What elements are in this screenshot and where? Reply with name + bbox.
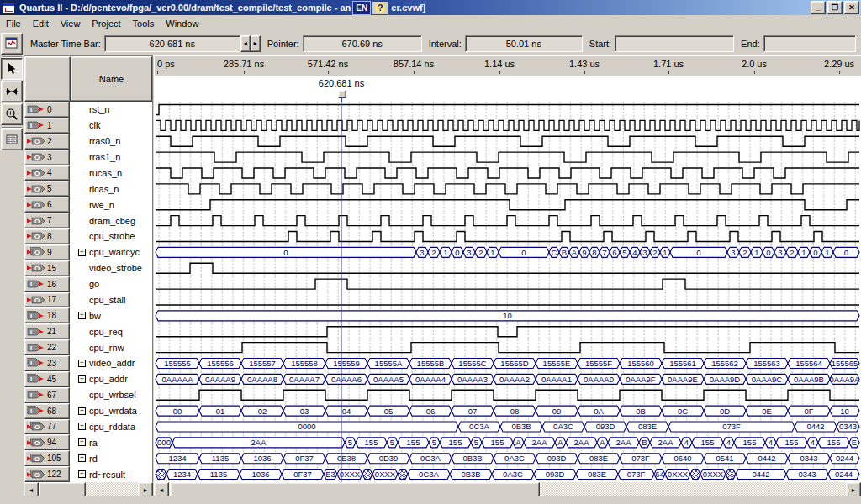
signal-row-cpu_wrdata[interactable]: I68+cpu_wrdata [24, 403, 152, 419]
signal-name-cell[interactable]: clk [70, 118, 152, 134]
node-number-cell[interactable]: O94 [24, 434, 70, 450]
language-indicator[interactable]: EN [352, 1, 371, 15]
report-tool[interactable] [1, 33, 23, 55]
signal-name-cell[interactable]: rras1_n [70, 150, 152, 165]
expand-plus-icon[interactable]: + [78, 438, 86, 446]
signal-name-cell[interactable]: +cpu_waitcyc [70, 244, 152, 260]
time-spin-left[interactable]: ◄ [240, 35, 251, 52]
node-number-cell[interactable]: O8 [24, 228, 70, 244]
expand-plus-icon[interactable]: + [78, 407, 86, 415]
signal-name-cell[interactable]: cpu_wrbsel [70, 387, 152, 403]
node-number-cell[interactable]: O105 [24, 450, 70, 466]
signal-name-cell[interactable]: +cpu_addr [70, 371, 152, 387]
signal-name-cell[interactable]: +rd [70, 450, 152, 466]
signal-name-cell[interactable]: dram_cbeg [70, 213, 152, 228]
signal-row-rd[interactable]: O105+rd [24, 450, 152, 466]
expand-plus-icon[interactable]: + [78, 423, 86, 430]
signal-name-cell[interactable]: +cpu_rddata [70, 419, 152, 435]
master-time-bar-strip[interactable]: 620.681 ns [154, 76, 861, 102]
signal-row-cpu_rnw[interactable]: I22cpu_rnw [24, 339, 152, 355]
node-number-cell[interactable]: O7 [24, 213, 70, 228]
help-icon[interactable]: ? [372, 2, 388, 14]
signal-name-cell[interactable]: go [70, 276, 152, 292]
node-number-cell[interactable]: O6 [24, 197, 70, 213]
menu-project[interactable]: Project [86, 17, 126, 30]
signal-name-cell[interactable]: rlcas_n [70, 181, 152, 197]
scroll-track[interactable] [540, 482, 846, 496]
select-tool[interactable] [1, 58, 23, 80]
expand-plus-icon[interactable]: + [78, 454, 86, 462]
signal-name-cell[interactable]: rwe_n [70, 197, 152, 213]
signal-name-cell[interactable]: cpu_strobe [70, 228, 152, 244]
time-spin-right[interactable]: ► [251, 35, 261, 52]
signal-row-dram_cbeg[interactable]: O7dram_cbeg [24, 213, 152, 228]
signal-name-cell[interactable]: cpu_req [70, 323, 152, 339]
signal-row-rras1_n[interactable]: O3rras1_n [24, 150, 152, 165]
node-number-cell[interactable]: I18 [24, 307, 70, 323]
signal-name-cell[interactable]: rras0_n [70, 134, 152, 150]
expand-plus-icon[interactable]: + [78, 470, 86, 478]
expand-plus-icon[interactable]: + [78, 249, 86, 256]
signal-name-cell[interactable]: video_strobe [70, 260, 152, 276]
signal-row-rst_n[interactable]: I0rst_n [24, 102, 152, 118]
split-tool[interactable] [1, 81, 23, 102]
signal-name-cell[interactable]: cpu_rnw [70, 339, 152, 355]
node-number-cell[interactable]: I67 [24, 387, 70, 403]
time-ruler[interactable]: 0 ps285.71 ns571.42 ns857.14 ns1.14 us1.… [154, 55, 861, 76]
node-number-cell[interactable]: I16 [24, 276, 70, 292]
signal-name-cell[interactable]: +ra [70, 434, 152, 450]
end-field[interactable] [763, 35, 856, 52]
signal-row-rwe_n[interactable]: O6rwe_n [24, 197, 152, 213]
menu-file[interactable]: File [0, 17, 27, 30]
signal-row-video_addr[interactable]: I23+video_addr [24, 355, 152, 371]
node-number-cell[interactable]: I68 [24, 403, 70, 419]
fullscreen-grid-tool[interactable] [1, 129, 23, 150]
cursor-handle[interactable] [338, 90, 346, 98]
node-number-cell[interactable]: O3 [24, 150, 70, 165]
menu-view[interactable]: View [55, 17, 87, 30]
waveform-scrollbar[interactable]: ◄► [154, 482, 861, 496]
signal-name-cell[interactable]: rucas_n [70, 165, 152, 181]
node-number-cell[interactable]: O5 [24, 181, 70, 197]
signal-name-cell[interactable]: cpu_stall [70, 292, 152, 308]
signal-row-ra[interactable]: O94+ra [24, 434, 152, 450]
signal-row-go[interactable]: I16go [24, 276, 152, 292]
signal-name-cell[interactable]: +video_addr [70, 355, 152, 371]
restore-button[interactable]: ❐ [827, 1, 843, 14]
signal-row-cpu_rddata[interactable]: O77+cpu_rddata [24, 419, 152, 435]
expand-plus-icon[interactable]: + [78, 360, 86, 367]
signal-row-rucas_n[interactable]: O4rucas_n [24, 165, 152, 181]
expand-plus-icon[interactable]: + [78, 312, 86, 319]
menu-edit[interactable]: Edit [27, 17, 55, 30]
master-time-bar-field[interactable]: 620.681 ns [104, 35, 240, 52]
close-button[interactable]: ✕ [844, 1, 859, 14]
signal-row-cpu_wrbsel[interactable]: I67cpu_wrbsel [24, 387, 152, 403]
signal-name-cell[interactable]: +bw [70, 307, 152, 323]
waveform-canvas[interactable]: 032103210CBA9876543210321032101010155555… [154, 102, 861, 482]
scroll-track[interactable] [86, 482, 138, 496]
waveform-panel[interactable]: 0 ps285.71 ns571.42 ns857.14 ns1.14 us1.… [154, 55, 861, 482]
expand-plus-icon[interactable]: + [78, 375, 86, 383]
signal-row-rras0_n[interactable]: O2rras0_n [24, 134, 152, 150]
menu-window[interactable]: Window [160, 17, 204, 30]
start-field[interactable] [615, 35, 734, 52]
signal-row-rd~result[interactable]: O122+rd~result [24, 466, 152, 482]
node-number-cell[interactable]: O122 [24, 466, 70, 482]
node-number-cell[interactable]: I21 [24, 323, 70, 339]
signal-name-cell[interactable]: rst_n [70, 102, 152, 118]
menu-tools[interactable]: Tools [127, 17, 161, 30]
signal-row-clk[interactable]: I1clk [24, 118, 152, 134]
signal-name-cell[interactable]: +cpu_wrdata [70, 403, 152, 419]
node-number-cell[interactable]: I22 [24, 339, 70, 355]
signal-row-cpu_waitcyc[interactable]: O9+cpu_waitcyc [24, 244, 152, 260]
signal-row-video_strobe[interactable]: O15video_strobe [24, 260, 152, 276]
node-number-cell[interactable]: O77 [24, 419, 70, 435]
node-number-cell[interactable]: O4 [24, 165, 70, 181]
minimize-button[interactable]: _ [811, 1, 826, 14]
signal-name-cell[interactable]: +rd~result [70, 466, 152, 482]
zoom-tool[interactable] [1, 103, 23, 125]
node-number-cell[interactable]: I45 [24, 371, 70, 387]
signal-row-rlcas_n[interactable]: O5rlcas_n [24, 181, 152, 197]
names-scrollbar[interactable]: ◄► [24, 482, 153, 496]
signal-row-cpu_stall[interactable]: O17cpu_stall [24, 292, 152, 308]
